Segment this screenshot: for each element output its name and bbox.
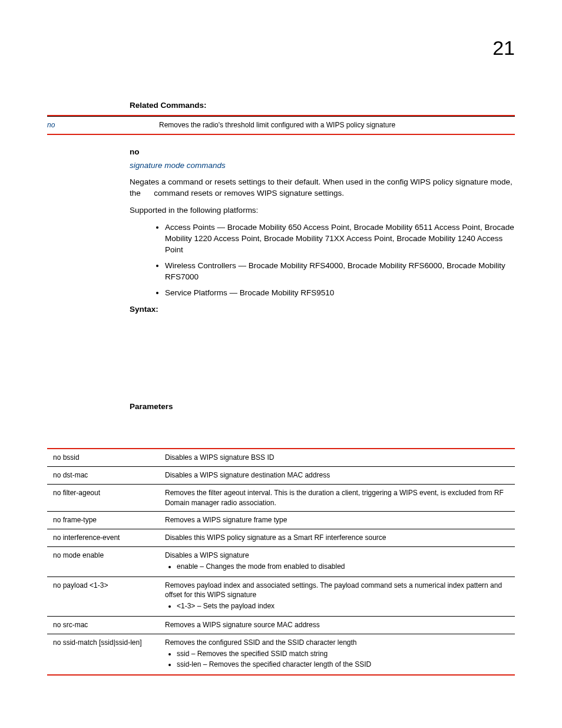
table-row: no payload <1-3>Removes payload index an…	[47, 577, 515, 616]
page: 21 Related Commands: noRemoves the radio…	[0, 0, 562, 728]
no-description-1: Negates a command or resets settings to …	[130, 177, 515, 199]
param-desc: Removes the configured SSID and the SSID…	[159, 634, 515, 675]
syntax-heading: Syntax:	[130, 304, 515, 315]
no-description-2: Supported in the following platforms:	[130, 205, 515, 216]
parameters-heading: Parameters	[130, 401, 515, 413]
param-term: no mode enable	[47, 547, 159, 577]
platform-item: Service Platforms — Brocade Mobility RFS…	[165, 288, 515, 299]
platform-list: Access Points — Brocade Mobility 650 Acc…	[165, 222, 515, 298]
param-desc: Removes payload index and associated set…	[159, 577, 515, 616]
param-term: no bssid	[47, 449, 159, 466]
related-command-desc: Removes the radio's threshold limit conf…	[159, 116, 515, 134]
param-desc: Disables a WIPS signature BSS ID	[159, 449, 515, 466]
table-row: no frame-typeRemoves a WIPS signature fr…	[47, 512, 515, 529]
related-command-term[interactable]: no	[47, 116, 159, 134]
param-term: no payload <1-3>	[47, 577, 159, 616]
table-row: no interference-eventDisables this WIPS …	[47, 529, 515, 547]
platform-item: Access Points — Brocade Mobility 650 Acc…	[165, 222, 515, 256]
param-desc: Disables this WIPS policy signature as a…	[159, 529, 515, 547]
related-commands-table: noRemoves the radio's threshold limit co…	[47, 115, 515, 135]
param-desc: Removes a WIPS signature source MAC addr…	[159, 617, 515, 634]
param-term: no src-mac	[47, 617, 159, 634]
signature-mode-link[interactable]: signature mode commands	[130, 160, 515, 172]
parameters-table: no bssidDisables a WIPS signature BSS ID…	[47, 448, 515, 676]
platform-item: Wireless Controllers — Brocade Mobility …	[165, 261, 515, 283]
param-term: no frame-type	[47, 512, 159, 529]
param-term: no ssid-match [ssid|ssid-len]	[47, 634, 159, 675]
param-bullet: ssid-len – Removes the specified charact…	[177, 660, 509, 670]
param-desc: Disables a WIPS signatureenable – Change…	[159, 547, 515, 577]
param-desc: Removes a WIPS signature frame type	[159, 512, 515, 529]
table-row: no src-macRemoves a WIPS signature sourc…	[47, 617, 515, 634]
param-term: no dst-mac	[47, 467, 159, 485]
param-term: no interference-event	[47, 529, 159, 547]
chapter-number: 21	[492, 34, 515, 62]
table-row: no dst-macDisables a WIPS signature dest…	[47, 467, 515, 485]
param-term: no filter-ageout	[47, 484, 159, 512]
table-row: no mode enableDisables a WIPS signaturee…	[47, 547, 515, 577]
related-commands-heading: Related Commands:	[130, 100, 515, 111]
param-desc: Disables a WIPS signature destination MA…	[159, 467, 515, 485]
content-area: Related Commands: noRemoves the radio's …	[130, 100, 515, 676]
param-bullet: ssid – Removes the specified SSID match …	[177, 649, 509, 659]
no-heading: no	[130, 147, 515, 158]
param-bullet: <1-3> – Sets the payload index	[177, 601, 509, 611]
table-row: no filter-ageoutRemoves the filter ageou…	[47, 484, 515, 512]
param-desc: Removes the filter ageout interval. This…	[159, 484, 515, 512]
param-bullet: enable – Changes the mode from enabled t…	[177, 562, 509, 572]
table-row: no bssidDisables a WIPS signature BSS ID	[47, 449, 515, 466]
table-row: no ssid-match [ssid|ssid-len]Removes the…	[47, 634, 515, 675]
syntax-block	[130, 319, 515, 401]
